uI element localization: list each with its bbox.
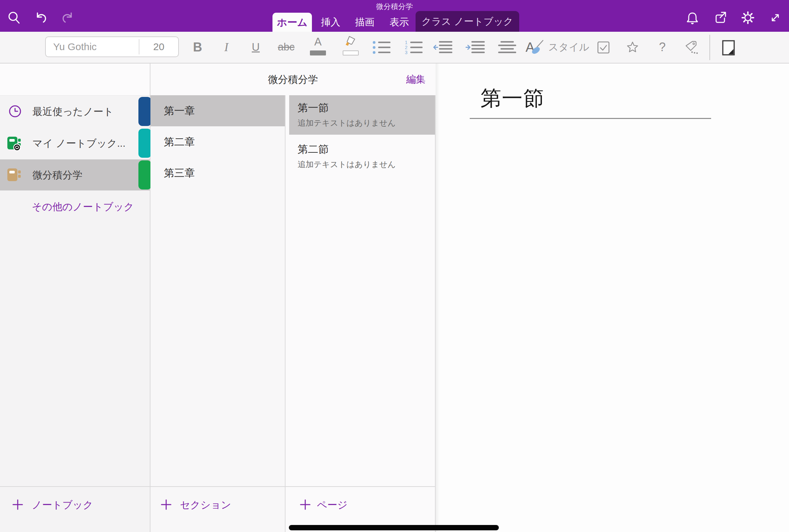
fullscreen-button[interactable] (768, 11, 783, 25)
share-icon (713, 11, 728, 25)
font-picker[interactable]: Yu Gothic 20 (45, 36, 179, 57)
clock-icon (8, 104, 22, 118)
styles-icon: A (526, 38, 544, 56)
bell-icon (685, 11, 700, 25)
sidebar-item-label: 最近使ったノート (33, 96, 114, 127)
title-underline (470, 118, 711, 119)
tab-insert[interactable]: 挿入 (316, 13, 346, 32)
notebook-sync-icon (7, 136, 23, 151)
redo-button[interactable] (60, 11, 76, 25)
top-app-bar: 微分積分学 ホーム 挿入 描画 表示 (0, 0, 789, 32)
question-tag-button[interactable]: ? (655, 37, 670, 57)
svg-text:2: 2 (405, 45, 408, 50)
sidebar-item-recent-notes[interactable]: 最近使ったノート (0, 96, 150, 127)
highlighter-icon (343, 36, 358, 46)
edit-button[interactable]: 編集 (406, 63, 426, 95)
star-icon (625, 40, 640, 55)
notebook-title: 微分積分学 (150, 63, 436, 95)
editor-page-title[interactable]: 第一節 (481, 84, 545, 112)
notebooks-sidebar: 最近使ったノート マイ ノートブック... (0, 63, 150, 532)
styles-label[interactable]: スタイル (548, 37, 589, 57)
numbered-list-button[interactable]: 1 2 3 (405, 40, 422, 55)
sidebar-item-calculus-notebook[interactable]: 微分積分学 (0, 159, 150, 190)
font-color-button[interactable]: A (309, 36, 327, 58)
font-name-value[interactable]: Yu Gothic (53, 37, 97, 56)
outdent-icon (433, 40, 452, 55)
page-title-label: 第二節 (298, 142, 328, 157)
add-notebook-button[interactable]: ノートブック (0, 486, 150, 532)
notebook-color-tab (138, 129, 151, 158)
indent-icon (465, 40, 485, 55)
highlight-color-swatch (343, 51, 359, 55)
search-icon (7, 11, 21, 25)
undo-button[interactable] (33, 11, 49, 25)
page-editor-canvas[interactable]: 第一節 (436, 63, 789, 532)
alignment-button[interactable] (498, 40, 516, 55)
numbered-list-icon: 1 2 3 (405, 40, 422, 55)
tag-icon (684, 40, 699, 55)
font-size-value[interactable]: 20 (139, 37, 178, 56)
more-notebooks-link[interactable]: その他のノートブック (32, 200, 134, 214)
onenote-app: 微分積分学 ホーム 挿入 描画 表示 (0, 0, 789, 532)
indent-button[interactable] (465, 40, 485, 55)
outdent-button[interactable] (433, 40, 452, 55)
tab-draw[interactable]: 描画 (350, 13, 380, 32)
expand-icon (768, 11, 783, 25)
page-panel-toggle-button[interactable] (721, 40, 735, 56)
undo-icon (33, 11, 49, 25)
page-subtitle-label: 追加テキストはありません (298, 159, 396, 170)
section-label: 第一章 (164, 95, 195, 126)
bold-button[interactable]: B (189, 37, 206, 57)
page-item-2[interactable]: 第二節 追加テキストはありません (289, 135, 435, 174)
tab-home[interactable]: ホーム (273, 13, 312, 32)
settings-button[interactable] (740, 11, 755, 25)
format-toolbar: Yu Gothic 20 B I U abc A (0, 32, 789, 63)
svg-text:3: 3 (405, 50, 408, 55)
gear-icon (740, 11, 755, 25)
font-color-letter: A (309, 36, 327, 48)
section-label: 第二章 (164, 126, 195, 157)
sidebar-item-label: マイ ノートブック... (33, 128, 125, 159)
notifications-button[interactable] (685, 11, 700, 25)
underline-button[interactable]: U (247, 37, 264, 57)
notebook-panel-header: 微分積分学 編集 (150, 63, 436, 95)
highlight-button[interactable] (342, 36, 359, 58)
add-section-button[interactable]: セクション (150, 486, 285, 532)
important-tag-button[interactable] (625, 40, 640, 55)
tab-view[interactable]: 表示 (384, 13, 414, 32)
section-item-2[interactable]: 第二章 (150, 126, 285, 157)
notebook-icon (7, 168, 23, 183)
bullet-list-button[interactable] (372, 40, 391, 55)
custom-tag-button[interactable] (684, 40, 699, 55)
font-color-swatch (310, 51, 326, 55)
page-subtitle-label: 追加テキストはありません (298, 117, 396, 129)
sidebar-item-my-notebooks[interactable]: マイ ノートブック... (0, 128, 150, 159)
add-notebook-label: ノートブック (32, 495, 93, 515)
page-item-1[interactable]: 第一節 追加テキストはありません (289, 95, 435, 135)
section-item-3[interactable]: 第三章 (150, 157, 285, 188)
styles-button[interactable]: A (526, 38, 544, 56)
notebook-color-tab (138, 97, 151, 126)
sections-list: 第一章 第二章 第三章 セクション (150, 95, 285, 532)
toolbar-divider (710, 35, 710, 60)
section-item-1[interactable]: 第一章 (150, 95, 285, 126)
bullet-list-icon (372, 40, 391, 55)
italic-button[interactable]: I (218, 37, 235, 57)
tab-class-notebook[interactable]: クラス ノートブック (416, 11, 519, 32)
add-section-label: セクション (180, 495, 231, 515)
plus-icon (161, 499, 172, 510)
home-indicator[interactable] (289, 525, 499, 530)
add-page-label: ページ (317, 495, 347, 515)
share-button[interactable] (713, 11, 728, 25)
plus-icon (300, 499, 311, 510)
search-button[interactable] (7, 11, 21, 25)
pages-list: 第一節 追加テキストはありません 第二節 追加テキストはありません ページ (285, 95, 436, 532)
document-title: 微分積分学 (0, 2, 789, 12)
plus-icon (12, 499, 23, 510)
checkbox-icon (597, 41, 610, 54)
page-corner-icon (721, 40, 735, 56)
page-title-label: 第一節 (298, 100, 328, 115)
redo-icon (60, 11, 76, 25)
todo-tag-button[interactable] (597, 41, 610, 54)
strikethrough-button[interactable]: abc (276, 37, 297, 57)
